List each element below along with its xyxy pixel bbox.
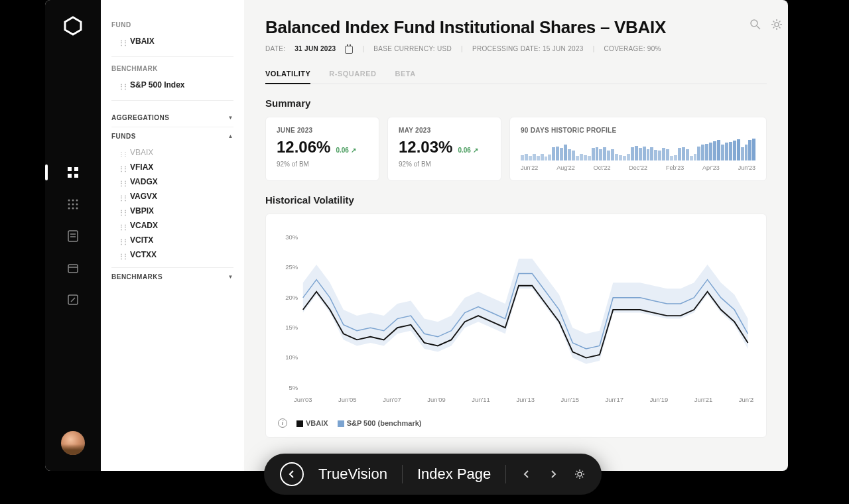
- meta-currency: BASE CURRENCY: USD: [373, 45, 452, 52]
- svg-text:Jun'05: Jun'05: [338, 396, 357, 403]
- drag-icon: [118, 237, 125, 243]
- settings-icon[interactable]: [771, 19, 783, 31]
- pill-settings-icon[interactable]: [574, 468, 586, 480]
- chevron-up-icon: ▲: [228, 133, 233, 139]
- summary-june-delta: 0.06: [336, 147, 356, 154]
- nav-dashboard-icon[interactable]: [66, 166, 80, 179]
- svg-marker-0: [65, 17, 81, 34]
- legend-swatch-sp500: [338, 420, 344, 427]
- svg-point-13: [76, 208, 78, 210]
- drag-icon: [118, 164, 125, 170]
- summary-may-delta: 0.06: [458, 147, 478, 154]
- sidebar-fund-vbpix[interactable]: VBPIX: [111, 204, 233, 218]
- svg-point-40: [578, 472, 582, 476]
- drag-icon: [118, 178, 125, 185]
- sidebar-benchmark-label: BENCHMARK: [111, 65, 233, 72]
- sidebar-fund-value: VBAIX: [130, 36, 155, 46]
- svg-text:Jun'03: Jun'03: [294, 396, 312, 403]
- meta-date-label: DATE:: [265, 45, 285, 52]
- svg-point-5: [68, 200, 70, 202]
- sidebar-fund-vcadx[interactable]: VCADX: [111, 218, 233, 233]
- summary-june-value: 12.06%: [277, 138, 330, 157]
- drag-icon: [118, 251, 125, 258]
- svg-point-39: [775, 23, 779, 27]
- sidebar-benchmarks-label: BENCHMARKS: [111, 273, 163, 281]
- bottom-nav-pill: TrueVision Index Page: [264, 454, 602, 495]
- svg-point-10: [76, 204, 78, 206]
- drag-icon: [118, 222, 125, 229]
- chevron-down-icon: ▼: [228, 115, 233, 121]
- svg-rect-14: [68, 231, 78, 241]
- meta-row: DATE: 31 JUN 2023 | BASE CURRENCY: USD |…: [265, 44, 767, 52]
- legend-swatch-vbaix: [296, 420, 303, 427]
- drag-icon: [118, 149, 125, 156]
- svg-text:Jun'21: Jun'21: [694, 396, 713, 403]
- historical-chart-card: 30%25%20%15%10%5%Jun'03Jun'05Jun'07Jun'0…: [265, 214, 767, 438]
- nav-calendar-icon[interactable]: [66, 261, 80, 275]
- page-title: Balanced Index Fund Institutional Shares…: [265, 17, 767, 38]
- sidebar-fund-item[interactable]: VBAIX: [111, 34, 233, 48]
- svg-rect-17: [68, 265, 78, 273]
- prev-button[interactable]: [521, 468, 533, 480]
- sidebar-aggregations-header[interactable]: AGGREGATIONS▼: [111, 109, 233, 127]
- nav-edit-icon[interactable]: [66, 293, 80, 306]
- svg-rect-2: [74, 167, 78, 171]
- summary-june-label: JUNE 2023: [277, 127, 368, 134]
- chart-legend: i VBAIX S&P 500 (benchmark): [278, 418, 754, 428]
- calendar-icon[interactable]: [345, 46, 353, 54]
- nav-rail: [45, 0, 101, 471]
- svg-point-6: [72, 200, 74, 202]
- sidebar-fund-vcitx[interactable]: VCITX: [111, 233, 233, 247]
- svg-text:Jun'13: Jun'13: [516, 396, 535, 403]
- sidebar: FUND VBAIX BENCHMARK S&P 500 Index AGGRE…: [101, 0, 244, 471]
- search-icon[interactable]: [750, 19, 761, 31]
- sidebar-benchmarks-header[interactable]: BENCHMARKS▼: [111, 268, 233, 286]
- hist-title: Historical Volatility: [265, 194, 767, 206]
- svg-text:20%: 20%: [285, 294, 298, 301]
- info-icon[interactable]: i: [278, 418, 287, 428]
- sidebar-fund-vfiax[interactable]: VFIAX: [111, 160, 233, 174]
- summary-card-may: MAY 2023 12.03%0.06 92% of BM: [387, 117, 501, 181]
- sidebar-funds-header[interactable]: FUNDS▲: [111, 127, 233, 145]
- next-button[interactable]: [547, 468, 559, 480]
- tab-volatility[interactable]: VOLATILITY: [265, 64, 310, 84]
- sidebar-fund-vctxx[interactable]: VCTXX: [111, 247, 233, 262]
- header-actions: [750, 19, 783, 31]
- main-content: Balanced Index Fund Institutional Shares…: [244, 0, 788, 471]
- back-button[interactable]: [280, 462, 304, 486]
- svg-point-12: [72, 208, 74, 210]
- svg-text:Jun'23: Jun'23: [739, 396, 754, 403]
- svg-text:10%: 10%: [285, 353, 298, 361]
- svg-point-7: [76, 200, 78, 202]
- summary-may-sub: 92% of BM: [399, 160, 490, 168]
- pill-brand: TrueVision: [318, 466, 387, 483]
- nav-document-icon[interactable]: [66, 229, 80, 243]
- drag-icon: [118, 38, 125, 44]
- historical-volatility-chart: 30%25%20%15%10%5%Jun'03Jun'05Jun'07Jun'0…: [278, 226, 754, 412]
- svg-text:Jun'07: Jun'07: [383, 396, 401, 403]
- user-avatar[interactable]: [61, 431, 85, 455]
- chevron-down-icon: ▼: [228, 274, 233, 280]
- sidebar-fund-vadgx[interactable]: VADGX: [111, 174, 233, 189]
- svg-text:Jun'15: Jun'15: [560, 396, 579, 403]
- svg-text:5%: 5%: [289, 384, 298, 391]
- sidebar-fund-vbaix[interactable]: VBAIX: [111, 145, 233, 160]
- summary-row: JUNE 2023 12.06%0.06 92% of BM MAY 2023 …: [265, 117, 767, 181]
- sidebar-aggregations-label: AGGREGATIONS: [111, 114, 169, 121]
- sidebar-funds-list: VBAIXVFIAXVADGXVAGVXVBPIXVCADXVCITXVCTXX: [111, 145, 233, 262]
- nav-grid-icon[interactable]: [66, 198, 80, 211]
- sidebar-fund-vagvx[interactable]: VAGVX: [111, 189, 233, 204]
- meta-coverage: COVERAGE: 90%: [604, 45, 661, 52]
- tab-rsquared[interactable]: R-SQUARED: [329, 64, 376, 84]
- summary-may-value: 12.03%: [399, 138, 452, 157]
- summary-title: Summary: [265, 97, 767, 109]
- drag-icon: [118, 82, 125, 88]
- svg-rect-1: [68, 167, 72, 171]
- svg-line-38: [757, 26, 760, 29]
- sparkline-x-labels: Jun'22Aug'22Oct'22Dec'22Feb'23Apr'23Jun'…: [521, 164, 755, 171]
- svg-text:25%: 25%: [285, 263, 298, 271]
- tab-beta[interactable]: BETA: [395, 64, 415, 84]
- summary-sparkline-card: 90 DAYS HISTORIC PROFILE Jun'22Aug'22Oct…: [509, 117, 767, 181]
- sidebar-benchmark-item[interactable]: S&P 500 Index: [111, 78, 233, 92]
- svg-text:15%: 15%: [285, 324, 298, 331]
